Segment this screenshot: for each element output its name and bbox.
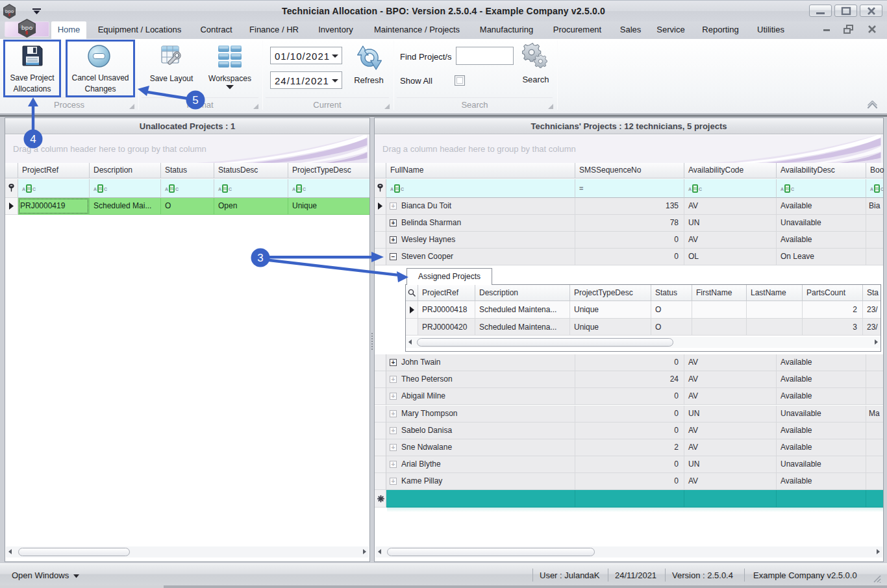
svg-text:bpo: bpo [21, 25, 33, 31]
